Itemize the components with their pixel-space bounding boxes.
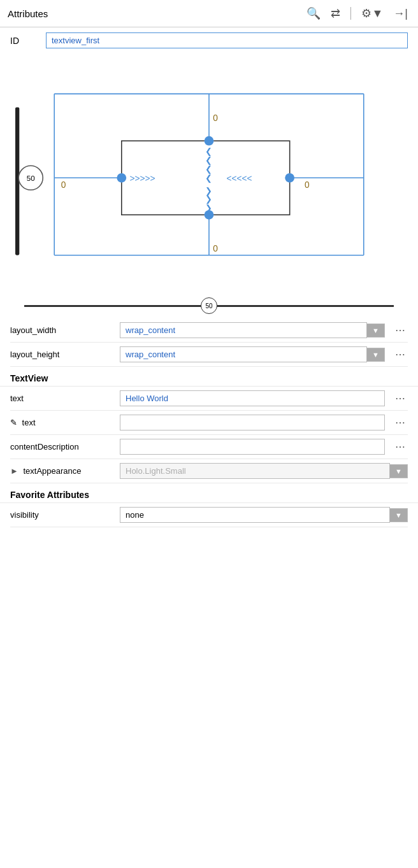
layout-height-row: layout_height ▼ ⋯	[10, 343, 408, 367]
svg-text:❯: ❯	[205, 204, 212, 213]
svg-text:50: 50	[27, 174, 35, 182]
textview-section-header: TextView	[0, 367, 418, 387]
pencil-icon: ✎	[10, 418, 17, 427]
constraint-diagram: 50 ❮ ❮ ❮ ❮ ❯ ❯ ❯ >>>>> <<<<< 0 0 0 0	[0, 53, 418, 295]
text-appearance-dropdown-btn[interactable]: ▼	[390, 464, 408, 478]
layout-width-input[interactable]	[120, 322, 367, 338]
gear-icon[interactable]: ⚙▼	[359, 5, 386, 22]
svg-text:0: 0	[213, 244, 218, 253]
attributes-header: Attributes 🔍 ⇄ ⚙▼ →|	[0, 0, 418, 27]
text-attr-row: text ⋯	[10, 387, 408, 411]
slider-thumb[interactable]: 50	[201, 297, 217, 314]
layout-width-label: layout_width	[10, 325, 112, 335]
svg-text:>>>>>: >>>>>	[129, 174, 155, 183]
layout-width-control: ▼	[120, 322, 385, 338]
divider	[350, 7, 351, 20]
svg-point-12	[117, 173, 126, 183]
text-pencil-row: ✎ text ⋯	[10, 411, 408, 435]
id-label: ID	[10, 36, 36, 46]
layout-width-row: layout_width ▼ ⋯	[10, 318, 408, 343]
layout-height-label: layout_height	[10, 350, 112, 359]
svg-text:0: 0	[305, 180, 310, 190]
text-appearance-dropdown: ▼	[120, 463, 408, 479]
layout-height-input[interactable]	[120, 346, 367, 362]
svg-text:❮: ❮	[205, 174, 212, 183]
layout-height-control: ▼	[120, 346, 385, 362]
content-desc-more-btn[interactable]: ⋯	[393, 441, 408, 453]
text-appearance-input[interactable]	[120, 463, 390, 479]
visibility-dropdown-btn[interactable]: ▼	[390, 508, 408, 522]
visibility-dropdown: ▼	[120, 507, 408, 523]
content-desc-row: contentDescription ⋯	[10, 435, 408, 459]
text-appearance-control: ▼	[120, 463, 408, 479]
header-toolbar: 🔍 ⇄ ⚙▼ →|	[304, 5, 410, 22]
text-more-btn[interactable]: ⋯	[393, 392, 408, 404]
swap-icon[interactable]: ⇄	[328, 5, 343, 22]
visibility-label: visibility	[10, 510, 112, 520]
svg-text:0: 0	[61, 180, 66, 190]
arrow-right-icon[interactable]: →|	[391, 6, 410, 22]
text-label: text	[10, 394, 112, 403]
svg-point-13	[285, 173, 294, 183]
content-desc-label: contentDescription	[10, 442, 112, 452]
layout-attrs-section: layout_width ▼ ⋯ layout_height ▼ ⋯	[0, 318, 418, 367]
content-desc-input[interactable]	[120, 439, 385, 455]
slider-row: 50	[0, 295, 418, 318]
expand-icon[interactable]: ►	[10, 466, 18, 476]
svg-point-10	[205, 136, 214, 146]
text-pencil-label: ✎ text	[10, 418, 112, 427]
text-appearance-label: ► textAppearance	[10, 466, 112, 476]
favorite-attrs-header: Favorite Attributes	[0, 483, 418, 503]
text-pencil-more-btn[interactable]: ⋯	[393, 416, 408, 429]
visibility-input[interactable]	[120, 507, 390, 523]
id-input[interactable]	[46, 32, 408, 48]
svg-text:0: 0	[213, 113, 218, 123]
content-desc-control	[120, 439, 385, 455]
text-appearance-row: ► textAppearance ▼	[10, 459, 408, 483]
textview-attrs-section: text ⋯ ✎ text ⋯ contentDescription ⋯ ► t…	[0, 387, 418, 483]
visibility-control: ▼	[120, 507, 408, 523]
constraint-svg: 50 ❮ ❮ ❮ ❮ ❯ ❯ ❯ >>>>> <<<<< 0 0 0 0	[0, 53, 418, 295]
layout-height-dropdown: ▼	[120, 346, 385, 362]
favorite-attrs-section: visibility ▼	[0, 503, 418, 527]
svg-text:<<<<<: <<<<<	[226, 174, 252, 183]
text-input[interactable]	[120, 390, 385, 406]
text-control	[120, 390, 385, 406]
search-icon[interactable]: 🔍	[304, 5, 323, 22]
layout-width-dropdown-btn[interactable]: ▼	[367, 324, 385, 338]
text-pencil-control	[120, 415, 385, 430]
id-row: ID	[0, 27, 418, 53]
layout-height-more-btn[interactable]: ⋯	[393, 348, 408, 360]
bias-slider[interactable]: 50	[24, 298, 394, 313]
layout-width-more-btn[interactable]: ⋯	[393, 324, 408, 336]
layout-width-dropdown: ▼	[120, 322, 385, 338]
text-pencil-input[interactable]	[120, 415, 385, 430]
layout-height-dropdown-btn[interactable]: ▼	[367, 348, 385, 362]
visibility-row: visibility ▼	[10, 503, 408, 527]
panel-title: Attributes	[8, 8, 48, 19]
